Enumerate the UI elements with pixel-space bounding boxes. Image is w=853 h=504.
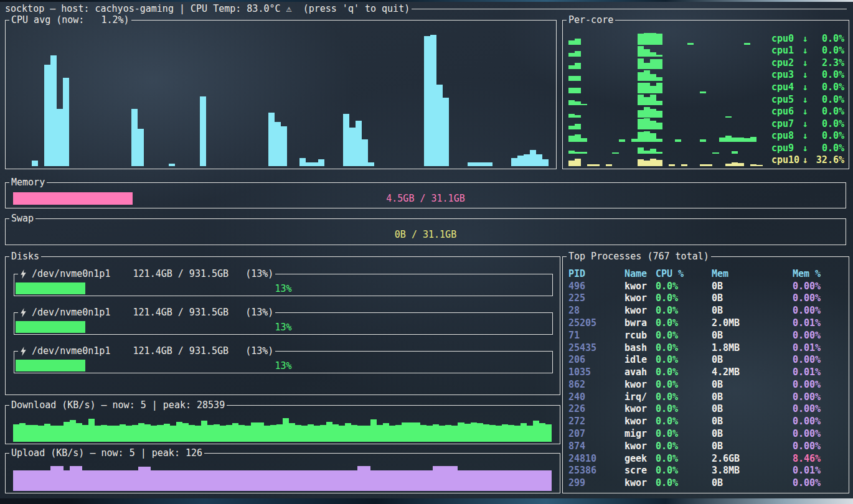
history-bar: [575, 134, 581, 142]
download-panel: Download (KB/s) — now: 5 | peak: 28539: [5, 400, 560, 444]
process-table: PIDNameCPU %MemMem %496kwor0.0%0B0.00%22…: [568, 268, 846, 489]
history-bar: [436, 85, 443, 166]
history-bar: [644, 131, 650, 142]
history-bar: [725, 136, 732, 142]
history-bar: [568, 100, 575, 106]
table-cell: 8.46%: [793, 453, 821, 464]
memory-gauge: 4.5GB / 31.1GB: [13, 192, 838, 205]
history-bar: [113, 426, 120, 442]
core-label: cpu9↓0.0%: [771, 142, 844, 154]
history-bar: [517, 156, 524, 166]
table-cell: 240: [568, 391, 585, 403]
table-cell: 0B: [712, 379, 723, 390]
history-bar: [430, 35, 436, 166]
history-bar: [281, 126, 287, 167]
history-bar: [738, 163, 744, 166]
history-bar: [245, 426, 251, 442]
history-bar: [368, 162, 374, 166]
history-bar: [650, 52, 656, 57]
core-row: cpu9↓0.0%: [568, 142, 844, 154]
disk-box-title: /dev/nvme0n1p1 121.4GB / 931.5GB (13%): [18, 346, 275, 356]
history-bar: [276, 470, 283, 491]
disk-gauge: 13%: [16, 282, 551, 294]
history-bar: [57, 426, 63, 442]
history-bar: [126, 426, 132, 442]
history-bar: [638, 46, 644, 57]
history-bar: [533, 421, 539, 442]
history-bar: [339, 470, 345, 491]
table-cell: 0.01%: [793, 317, 821, 329]
table-cell: CPU %: [656, 268, 684, 279]
history-bar: [732, 162, 738, 166]
history-bar: [107, 470, 113, 491]
history-bar: [650, 149, 656, 154]
upload-title: Upload (KB/s) — now: 5 | peak: 126: [9, 448, 204, 458]
table-cell: bash: [624, 342, 647, 353]
table-cell: 496: [568, 281, 585, 292]
lightning-icon: [20, 269, 27, 279]
core-sparkline: [568, 81, 763, 93]
history-bar: [527, 426, 533, 442]
history-bar: [306, 162, 312, 166]
history-bar: [650, 74, 656, 81]
table-cell: 0.0%: [656, 477, 678, 488]
history-bar: [738, 138, 744, 142]
top-processes-panel: Top Processes (767 total) PIDNameCPU %Me…: [562, 251, 849, 493]
history-bar: [656, 83, 662, 93]
history-bar: [64, 470, 70, 491]
history-bar: [151, 470, 157, 491]
history-bar: [464, 470, 471, 491]
per-core-rows: cpu0↓0.0%cpu1↓0.0%cpu2↓2.3%cpu3↓0.0%cpu4…: [568, 32, 844, 166]
history-bar: [220, 426, 226, 442]
core-sparkline: [568, 32, 763, 45]
per-core-title: Per-core: [567, 15, 615, 25]
core-value: 0.0%: [811, 45, 844, 56]
history-bar: [120, 470, 126, 491]
core-name: cpu3: [771, 69, 799, 80]
history-bar: [356, 121, 362, 166]
history-bar: [575, 76, 581, 81]
table-cell: 0.01%: [793, 342, 821, 353]
core-sparkline: [568, 69, 763, 82]
history-bar: [439, 426, 445, 442]
history-bar: [568, 126, 575, 130]
history-bar: [644, 97, 650, 106]
history-bar: [650, 86, 656, 93]
table-cell: 0.00%: [793, 305, 821, 316]
history-bar: [483, 424, 489, 442]
history-bar: [257, 470, 263, 491]
history-bar: [332, 424, 339, 442]
core-name: cpu10: [771, 154, 799, 166]
history-bar: [750, 137, 756, 142]
history-bar: [318, 159, 324, 166]
history-bar: [95, 470, 101, 491]
history-bar: [638, 119, 644, 129]
history-bar: [107, 426, 113, 442]
history-bar: [64, 422, 70, 442]
table-cell: 0B: [712, 428, 723, 439]
history-bar: [312, 162, 318, 166]
history-bar: [508, 425, 514, 442]
core-value: 0.0%: [811, 142, 844, 154]
history-bar: [70, 466, 76, 491]
core-sparkline: [568, 142, 763, 154]
history-bar: [395, 425, 402, 442]
down-arrow-icon: ↓: [799, 57, 811, 68]
down-arrow-icon: ↓: [799, 94, 811, 105]
history-bar: [508, 470, 514, 491]
core-row: cpu4↓0.0%: [568, 81, 844, 93]
core-value: 32.6%: [811, 154, 844, 166]
disk-box-title: /dev/nvme0n1p1 121.4GB / 931.5GB (13%): [18, 269, 275, 279]
upload-panel: Upload (KB/s) — now: 5 | peak: 126: [5, 448, 560, 493]
upload-chart: [13, 462, 552, 491]
history-bar: [264, 470, 270, 491]
history-bar: [433, 424, 439, 442]
history-bar: [289, 470, 295, 491]
history-bar: [568, 40, 575, 45]
core-label: cpu4↓0.0%: [771, 81, 844, 93]
history-bar: [289, 423, 295, 442]
history-bar: [349, 128, 356, 166]
disk-box-title: /dev/nvme0n1p1 121.4GB / 931.5GB (13%): [18, 307, 275, 317]
history-bar: [414, 470, 420, 491]
table-cell: PID: [568, 268, 585, 279]
